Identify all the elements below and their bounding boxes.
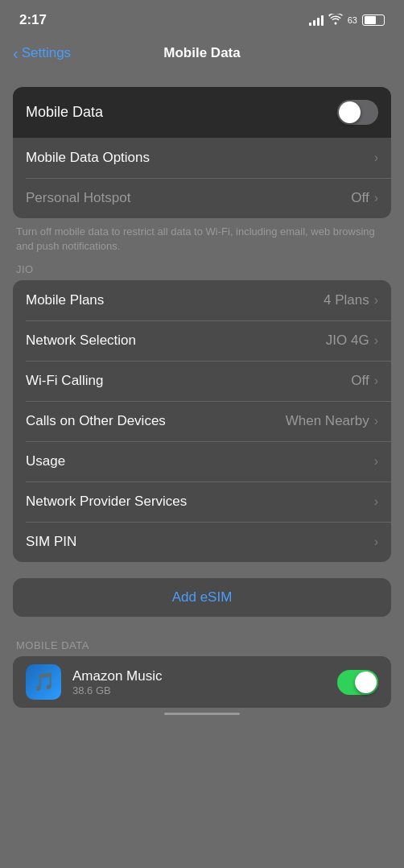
mobile-plans-row[interactable]: Mobile Plans 4 Plans › xyxy=(13,280,391,320)
chevron-right-icon: › xyxy=(374,191,378,205)
status-bar: 2:17 63 xyxy=(0,0,404,35)
amazon-music-toggle[interactable] xyxy=(337,670,378,695)
wifi-calling-value: Off xyxy=(351,373,369,389)
mobile-data-options-row[interactable]: Mobile Data Options › xyxy=(13,138,391,178)
personal-hotspot-value: Off xyxy=(351,190,369,206)
toggle-knob xyxy=(339,101,361,123)
page-title: Mobile Data xyxy=(163,45,240,61)
mobile-plans-value: 4 Plans xyxy=(324,292,369,308)
scroll-hint xyxy=(164,713,240,715)
sim-pin-label: SIM PIN xyxy=(26,534,76,550)
chevron-left-icon: ‹ xyxy=(13,45,19,61)
chevron-right-icon: › xyxy=(374,494,378,509)
add-esim-card[interactable]: Add eSIM xyxy=(13,578,391,617)
network-selection-value: JIO 4G xyxy=(326,333,369,349)
calls-other-devices-label: Calls on Other Devices xyxy=(26,413,166,429)
network-provider-label: Network Provider Services xyxy=(26,494,187,510)
amazon-music-info: Amazon Music 38.6 GB xyxy=(72,668,326,696)
content: Mobile Data Mobile Data Options › Person… xyxy=(0,71,404,715)
calls-other-devices-row[interactable]: Calls on Other Devices When Nearby › xyxy=(13,401,391,441)
usage-row[interactable]: Usage › xyxy=(13,441,391,482)
chevron-right-icon: › xyxy=(374,333,378,348)
mobile-data-card: Mobile Data Mobile Data Options › Person… xyxy=(13,87,391,218)
usage-label: Usage xyxy=(26,453,65,469)
mobile-data-options-label: Mobile Data Options xyxy=(26,150,150,166)
chevron-right-icon: › xyxy=(374,151,378,165)
amazon-music-row[interactable]: 🎵 Amazon Music 38.6 GB xyxy=(13,656,391,708)
battery-level: 63 xyxy=(348,15,357,25)
wifi-calling-row[interactable]: Wi-Fi Calling Off › xyxy=(13,361,391,401)
signal-bars-icon xyxy=(309,15,324,26)
mobile-plans-label: Mobile Plans xyxy=(26,292,104,308)
back-label: Settings xyxy=(22,45,71,61)
toggle-knob xyxy=(355,672,377,693)
network-selection-row[interactable]: Network Selection JIO 4G › xyxy=(13,320,391,361)
network-provider-row[interactable]: Network Provider Services › xyxy=(13,482,391,522)
chevron-right-icon: › xyxy=(374,374,378,388)
personal-hotspot-row[interactable]: Personal Hotspot Off › xyxy=(13,178,391,218)
mobile-data-hint: Turn off mobile data to restrict all dat… xyxy=(13,218,391,257)
amazon-music-name: Amazon Music xyxy=(72,668,326,684)
amazon-music-icon: 🎵 xyxy=(26,664,61,700)
mobile-data-label: Mobile Data xyxy=(26,104,103,121)
jio-section-label: JIO xyxy=(13,257,391,280)
nav-bar: ‹ Settings Mobile Data xyxy=(0,35,404,71)
personal-hotspot-label: Personal Hotspot xyxy=(26,190,130,206)
add-esim-label: Add eSIM xyxy=(172,589,233,605)
chevron-right-icon: › xyxy=(374,454,378,469)
battery-icon xyxy=(362,14,385,26)
sim-pin-row[interactable]: SIM PIN › xyxy=(13,522,391,562)
chevron-right-icon: › xyxy=(374,414,378,428)
mobile-data-section-label: MOBILE DATA xyxy=(13,633,391,656)
wifi-icon xyxy=(328,14,343,27)
mobile-data-row: Mobile Data xyxy=(13,87,391,138)
back-button[interactable]: ‹ Settings xyxy=(13,45,71,61)
status-icons: 63 xyxy=(309,14,385,27)
status-time: 2:17 xyxy=(19,12,47,28)
calls-other-devices-value: When Nearby xyxy=(286,413,369,429)
mobile-data-toggle[interactable] xyxy=(337,100,378,125)
amazon-music-size: 38.6 GB xyxy=(72,684,326,696)
chevron-right-icon: › xyxy=(374,293,378,308)
jio-card: Mobile Plans 4 Plans › Network Selection… xyxy=(13,280,391,562)
network-selection-label: Network Selection xyxy=(26,333,136,349)
wifi-calling-label: Wi-Fi Calling xyxy=(26,373,103,389)
chevron-right-icon: › xyxy=(374,535,378,549)
